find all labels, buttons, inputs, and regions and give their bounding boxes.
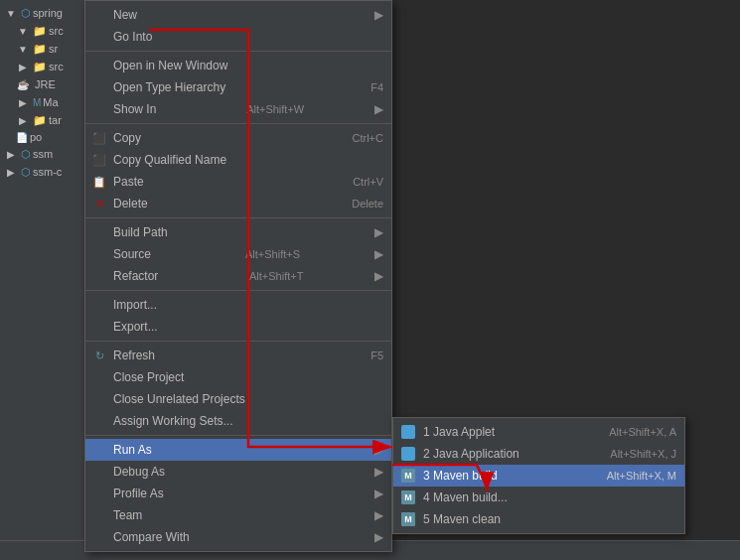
shortcut-f4: F4 [351,81,383,93]
menu-item-profile-as[interactable]: Profile As ▶ [85,483,391,504]
folder-icon: 📁 [33,25,47,38]
expand-icon: ▶ [16,60,30,73]
submenu-arrow-icon: ▶ [374,225,383,239]
tree-item-jre[interactable]: ☕ JRE [0,75,93,93]
tree-item-ssm-c[interactable]: ▶ ⬡ ssm-c [0,163,93,181]
menu-item-show-in[interactable]: Show In Alt+Shift+W ▶ [85,98,391,120]
tree-item-ssm[interactable]: ▶ ⬡ ssm [0,145,93,163]
submenu-label: 1 Java Applet [423,425,495,439]
menu-separator-5 [85,341,391,342]
tree-item-po[interactable]: 📄 po [0,129,93,145]
menu-label: Open Type Hierarchy [113,80,225,94]
java-applet-icon [399,424,417,440]
menu-item-run-as[interactable]: Run As ▶ [85,439,391,461]
tree-item-tar[interactable]: ▶ 📁 tar [0,111,93,129]
menu-label: Close Unrelated Projects [113,392,245,406]
maven-icon: M [33,97,41,108]
menu-separator-4 [85,290,391,291]
menu-item-paste[interactable]: 📋 Paste Ctrl+V [85,171,391,193]
menu-item-debug-as[interactable]: Debug As ▶ [85,461,391,483]
shortcut-java-app: Alt+Shift+X, J [598,448,676,460]
submenu-item-maven-build2[interactable]: M 4 Maven build... [393,487,684,508]
menu-item-compare-with[interactable]: Compare With ▶ [85,526,391,548]
menu-label: Go Into [113,30,152,44]
tree-label: po [30,131,42,143]
menu-item-export[interactable]: Export... [85,316,391,338]
menu-item-open-type-hierarchy[interactable]: Open Type Hierarchy F4 [85,76,391,98]
submenu-arrow-icon: ▶ [374,269,383,283]
submenu-arrow-icon: ▶ [374,102,383,116]
shortcut-copy: Ctrl+C [333,132,383,144]
tree-item-ma[interactable]: ▶ M Ma [0,93,93,111]
menu-item-delete[interactable]: ✕ Delete Delete [85,193,391,214]
folder-icon: 📁 [33,61,47,73]
tree-label: sr [49,43,58,55]
menu-separator-2 [85,123,391,124]
shortcut-source: Alt+Shift+S [225,248,300,260]
menu-label: Refactor [113,269,158,283]
folder-icon: 📁 [33,114,47,127]
menu-label: Copy Qualified Name [113,153,226,167]
menu-label: Delete [113,197,148,210]
submenu-arrow-icon: ▶ [374,443,383,457]
menu-label: Copy [113,131,141,145]
context-menu[interactable]: New ▶ Go Into Open in New Window Open Ty… [84,0,392,552]
menu-item-new[interactable]: New ▶ [85,4,391,26]
project-icon: ⬡ [21,148,31,161]
menu-item-close-project[interactable]: Close Project [85,366,391,388]
menu-item-copy-qualified[interactable]: ⬛ Copy Qualified Name [85,149,391,171]
maven-m-icon2: M [401,490,415,504]
project-icon: ⬡ [21,7,31,20]
menu-item-team[interactable]: Team ▶ [85,504,391,526]
delete-icon: ✕ [91,196,107,211]
menu-label: Profile As [113,487,164,500]
shortcut-delete: Delete [332,198,383,210]
shortcut-refresh: F5 [351,350,383,361]
expand-icon: ▼ [4,6,18,20]
submenu-item-maven-build[interactable]: M 3 Maven build Alt+Shift+X, M [393,465,684,487]
expand-icon: ▶ [4,165,18,179]
lib-icon: ☕ [16,77,30,91]
expand-icon: ▶ [4,147,18,161]
menu-item-source[interactable]: Source Alt+Shift+S ▶ [85,243,391,265]
menu-item-open-new-window[interactable]: Open in New Window [85,55,391,76]
submenu-arrow-icon: ▶ [374,465,383,479]
tree-item-src2[interactable]: ▶ 📁 src [0,58,93,75]
menu-item-refactor[interactable]: Refactor Alt+Shift+T ▶ [85,265,391,287]
java-app-icon [399,446,417,462]
menu-label: Source [113,247,151,261]
menu-item-build-path[interactable]: Build Path ▶ [85,221,391,243]
project-icon: ⬡ [21,166,31,179]
copy-qualified-icon: ⬛ [91,152,107,168]
menu-item-refresh[interactable]: ↻ Refresh F5 [85,345,391,366]
shortcut-refactor: Alt+Shift+T [229,270,303,282]
menu-label: Show In [113,102,156,116]
menu-item-close-unrelated[interactable]: Close Unrelated Projects [85,388,391,410]
maven-m-icon3: M [401,512,415,526]
submenu-item-java-app[interactable]: 2 Java Application Alt+Shift+X, J [393,443,684,465]
folder-icon: 📁 [33,43,47,56]
run-as-submenu[interactable]: 1 Java Applet Alt+Shift+X, A 2 Java Appl… [392,417,685,534]
shortcut-paste: Ctrl+V [333,176,383,188]
menu-label: Assign Working Sets... [113,414,233,428]
tree-item-sr[interactable]: ▼ 📁 sr [0,40,93,58]
tree-item-src1[interactable]: ▼ 📁 src [0,22,93,40]
submenu-item-maven-clean[interactable]: M 5 Maven clean [393,508,684,530]
menu-item-copy[interactable]: ⬛ Copy Ctrl+C [85,127,391,149]
tree-item-spring[interactable]: ▼ ⬡ spring [0,4,93,22]
menu-label: Refresh [113,349,155,362]
submenu-arrow-icon: ▶ [374,508,383,522]
shortcut-java-applet: Alt+Shift+X, A [597,426,676,438]
submenu-arrow-icon: ▶ [374,487,383,500]
tree-label: tar [49,114,62,126]
shortcut-maven-build: Alt+Shift+X, M [595,470,676,482]
submenu-label: 3 Maven build [423,469,498,483]
tree-label: Ma [43,96,58,108]
submenu-label: 2 Java Application [423,447,519,461]
expand-icon: ▼ [16,42,30,56]
menu-item-assign-working[interactable]: Assign Working Sets... [85,410,391,432]
menu-item-go-into[interactable]: Go Into [85,26,391,48]
submenu-item-java-applet[interactable]: 1 Java Applet Alt+Shift+X, A [393,421,684,443]
menu-item-import[interactable]: Import... [85,294,391,316]
tree-label: JRE [35,78,56,90]
